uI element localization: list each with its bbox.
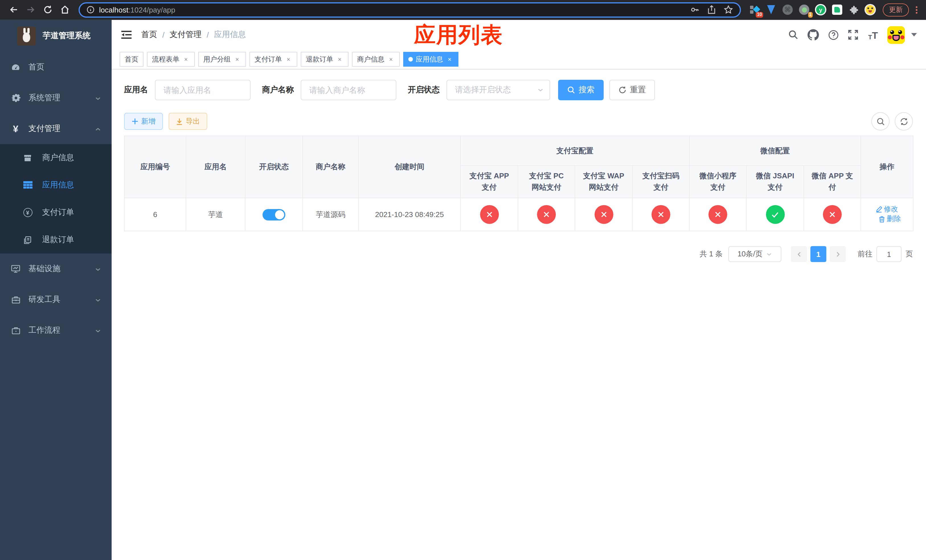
browser-home-icon[interactable] [57,2,73,18]
page-content: 应用名 商户名称 开启状态 请选择开启状态 搜索 重置 [112,70,926,560]
breadcrumb-payment[interactable]: 支付管理 [170,30,201,40]
chat-extension-icon[interactable] [831,4,843,15]
col-enabled: 开启状态 [245,136,303,198]
page-1-button[interactable]: 1 [810,246,826,262]
monitor-chart-icon [11,264,21,274]
browser-back-icon[interactable] [6,2,22,18]
annotation-title: 应用列表 [414,22,503,47]
sidebar-item-system[interactable]: 系统管理 [0,83,112,114]
tab-pay-orders[interactable]: 支付订单× [250,52,297,67]
breadcrumb: 首页 / 支付管理 / 应用信息 [141,30,246,40]
profile-avatar-icon[interactable] [864,4,876,15]
fullscreen-icon[interactable] [847,29,859,41]
browser-update-button[interactable]: 更新 [883,3,909,16]
enabled-toggle[interactable] [263,209,285,220]
sidebar-item-workflow[interactable]: 工作流程 [0,315,112,346]
font-size-icon[interactable]: TT [867,29,879,41]
close-icon[interactable]: × [387,56,395,63]
bookmark-star-icon[interactable] [724,5,733,14]
help-icon[interactable] [828,29,839,41]
prev-page-button[interactable] [791,246,807,262]
sidebar-menu: 首页 系统管理 ¥ 支付管理 [0,52,112,560]
col-alipay-app: 支付宝 APP 支付 [460,165,518,198]
merchant-name-input[interactable] [301,80,396,100]
sidebar-item-refund-orders[interactable]: 退款订单 [0,226,112,254]
edit-link[interactable]: 修改 [876,205,898,215]
chevron-down-icon [537,86,544,94]
browser-forward-icon[interactable] [23,2,39,18]
github-icon[interactable] [808,29,819,41]
briefcase-icon [11,325,21,335]
goto-page-input[interactable] [876,246,902,262]
col-wx-app: 微信 APP 支付 [804,165,861,198]
add-button[interactable]: 新增 [124,113,163,130]
toggle-search-button[interactable] [872,112,890,130]
col-app-id: 应用编号 [124,136,186,198]
tab-process-form[interactable]: 流程表单× [147,52,195,67]
extensions-area: 10 ⌘ 1 y [747,4,878,15]
share-icon[interactable] [707,5,716,14]
cross-icon [486,211,493,218]
sidebar-collapse-icon[interactable] [121,29,132,41]
password-key-icon[interactable] [690,5,699,14]
command-extension-icon[interactable]: ⌘ [782,4,793,15]
breadcrumb-home[interactable]: 首页 [141,30,157,40]
close-icon[interactable]: × [182,56,190,63]
y-extension-icon[interactable]: y [815,4,826,15]
sidebar-item-infrastructure[interactable]: 基础设施 [0,254,112,284]
col-app-name: 应用名 [186,136,245,198]
magnifier-icon [876,117,885,126]
address-bar[interactable]: localhost:1024/pay/app [79,2,741,17]
page-size-select[interactable]: 10条/页 [728,246,781,262]
search-form: 应用名 商户名称 开启状态 请选择开启状态 搜索 重置 [124,80,913,100]
cell-app-name: 芋道 [186,198,245,231]
recorder-extension-icon[interactable]: 1 [799,4,810,15]
sidebar-item-app-info[interactable]: 应用信息 [0,171,112,199]
sidebar-item-pay-orders[interactable]: ¥ 支付订单 [0,199,112,226]
sidebar-item-home[interactable]: 首页 [0,52,112,83]
goto-label: 前往 [858,249,873,259]
wx-app-status [823,205,842,224]
browser-reload-icon[interactable] [40,2,56,18]
browser-menu-icon[interactable] [912,5,920,15]
col-wx-jsapi: 微信 JSAPI 支付 [746,165,804,198]
close-icon[interactable]: × [285,56,292,63]
tags-view-bar: 首页 流程表单× 用户分组× 支付订单× 退款订单× 商户信息× 应用信息× [112,50,926,70]
site-info-icon[interactable] [86,6,95,14]
status-select[interactable]: 请选择开启状态 [446,80,550,100]
logo-rabbit-image [17,26,36,45]
col-merchant: 商户名称 [303,136,359,198]
next-page-button[interactable] [830,246,846,262]
tab-user-group[interactable]: 用户分组× [198,52,246,67]
sidebar-item-payment[interactable]: ¥ 支付管理 [0,114,112,144]
tab-app-info[interactable]: 应用信息× [403,52,458,67]
user-avatar[interactable] [887,26,905,44]
close-icon[interactable]: × [446,56,453,63]
cell-created: 2021-10-23 08:49:25 [359,198,460,231]
puzzle-extensions-icon[interactable] [848,4,859,15]
table-grid-icon [23,180,32,190]
page-unit-label: 页 [905,249,913,259]
chevron-left-icon [796,251,802,257]
app-logo[interactable]: 芋道管理系统 [0,20,112,52]
tab-refund-orders[interactable]: 退款订单× [301,52,348,67]
monkey-extension-icon[interactable]: 10 [749,4,760,15]
tab-home[interactable]: 首页 [120,52,144,67]
search-icon[interactable] [788,29,799,41]
sidebar-item-merchant-info[interactable]: 商户信息 [0,144,112,171]
close-icon[interactable]: × [336,56,343,63]
tab-merchant-info[interactable]: 商户信息× [352,52,400,67]
sidebar-item-dev-tools[interactable]: 研发工具 [0,284,112,315]
close-icon[interactable]: × [233,56,241,63]
app-name-input[interactable] [155,80,251,100]
kite-extension-icon[interactable] [766,4,777,15]
user-menu-caret-icon[interactable] [911,33,917,36]
reset-button[interactable]: 重置 [609,80,655,100]
search-button[interactable]: 搜索 [558,80,604,100]
refresh-table-button[interactable] [895,112,913,130]
sidebar: 芋道管理系统 首页 系统管理 [0,20,112,560]
alipay-app-status [480,205,499,224]
chevron-down-icon [766,251,772,257]
delete-link[interactable]: 删除 [879,215,901,224]
export-button[interactable]: 导出 [169,113,207,130]
